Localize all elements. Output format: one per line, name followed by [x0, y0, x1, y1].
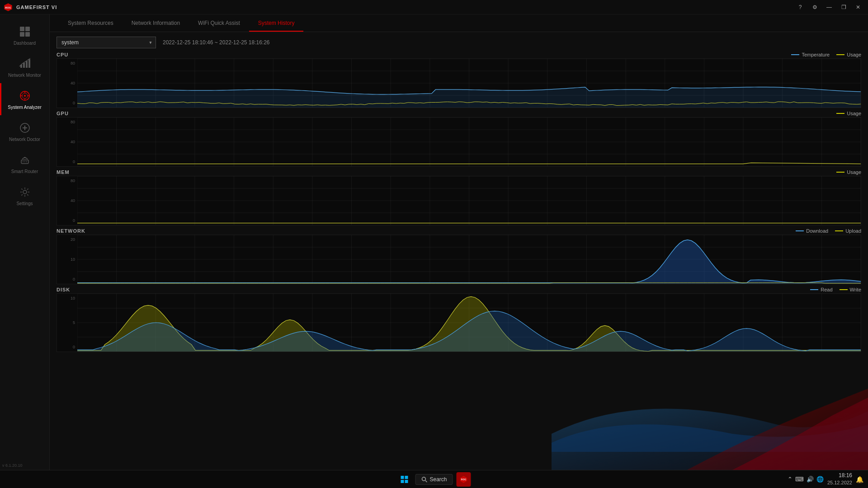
speaker-icon[interactable]: 🔊: [807, 476, 814, 483]
svg-point-25: [23, 190, 27, 194]
svg-rect-9: [28, 59, 30, 68]
time-range-display: 2022-12-25 18:10:46 ~ 2022-12-25 18:16:2…: [163, 39, 270, 46]
settings-titlebar-button[interactable]: ⚙: [808, 3, 821, 12]
gpu-chart-header: GPU Usage: [57, 111, 861, 116]
network-chart-header: NETWORK Download Upload: [57, 228, 861, 234]
system-analyzer-icon: [18, 89, 32, 103]
sidebar-item-system-analyzer[interactable]: System Analyzer: [0, 83, 49, 115]
gpu-legend: Usage: [836, 111, 861, 116]
mem-usage-label: Usage: [847, 169, 861, 175]
disk-chart-section: DISK Read Write 10: [57, 287, 861, 352]
search-button[interactable]: Search: [415, 474, 453, 485]
notification-icon[interactable]: 🔔: [856, 476, 863, 483]
version-text: v 6.1.20.10: [2, 463, 23, 468]
tab-network-information[interactable]: Network Information: [123, 14, 189, 32]
disk-chart-title: DISK: [57, 287, 70, 292]
cpu-chart-title: CPU: [57, 52, 68, 57]
svg-point-30: [422, 477, 425, 481]
tab-system-resources[interactable]: System Resources: [59, 14, 123, 32]
network-download-line: [796, 230, 804, 231]
svg-text:ROG: ROG: [461, 478, 467, 481]
cpu-chart-section: CPU Temperature Usage 80: [57, 52, 861, 108]
close-button[interactable]: ✕: [852, 3, 864, 12]
settings-icon: [18, 185, 32, 199]
taskbar-clock[interactable]: 18:16 25.12.2022: [827, 472, 852, 486]
sidebar-item-settings[interactable]: Settings: [0, 179, 49, 211]
cpu-usage-legend: Usage: [836, 52, 861, 57]
cpu-y-labels: 80 40 0: [57, 59, 77, 108]
mem-legend: Usage: [836, 169, 861, 175]
gpu-usage-legend: Usage: [836, 111, 861, 116]
network-upload-label: Upload: [845, 228, 861, 234]
taskbar-center: Search ROG: [397, 472, 471, 487]
disk-canvas: [77, 294, 861, 352]
disk-write-legend: Write: [840, 287, 861, 292]
cpu-temp-label: Temperature: [802, 52, 830, 57]
tab-system-history[interactable]: System History: [249, 14, 304, 32]
network-y-labels: 20 10 0: [57, 235, 77, 284]
svg-rect-27: [405, 476, 408, 479]
gpu-usage-line: [836, 113, 844, 114]
search-icon: [421, 476, 427, 483]
rog-taskbar-icon: ROG: [460, 475, 468, 483]
network-chart-section: NETWORK Download Upload 20: [57, 228, 861, 284]
svg-point-16: [24, 95, 26, 97]
svg-text:ROG: ROG: [5, 6, 11, 9]
cpu-canvas: [77, 59, 861, 108]
search-label: Search: [429, 476, 447, 483]
dashboard-label: Dashboard: [14, 41, 36, 46]
mem-canvas: [77, 176, 861, 225]
cpu-temp-legend: Temperature: [791, 52, 830, 57]
content-area: System Resources Network Information WiF…: [50, 14, 868, 470]
charts-area: system application ▼ 2022-12-25 18:10:46…: [50, 32, 868, 470]
sidebar-item-dashboard[interactable]: Dashboard: [0, 19, 49, 51]
svg-rect-26: [401, 476, 404, 479]
taskbar-rog-app[interactable]: ROG: [457, 472, 471, 487]
controls-row: system application ▼ 2022-12-25 18:10:46…: [57, 37, 861, 48]
disk-chart-header: DISK Read Write: [57, 287, 861, 292]
help-button[interactable]: ?: [794, 3, 807, 12]
mem-chart-title: MEM: [57, 169, 70, 175]
start-button[interactable]: [397, 472, 411, 487]
gpu-y-labels: 80 40 0: [57, 117, 77, 166]
system-analyzer-label: System Analyzer: [8, 105, 41, 110]
title-bar-left: ROG GAMEFIRST VI: [4, 3, 57, 12]
sidebar-item-network-doctor[interactable]: Network Doctor: [0, 115, 49, 147]
restore-button[interactable]: ❐: [837, 3, 850, 12]
sidebar-item-network-monitor[interactable]: Network Monitor: [0, 51, 49, 83]
cpu-chart: 80 40 0: [57, 58, 861, 108]
minimize-button[interactable]: —: [823, 3, 835, 12]
keyboard-icon: ⌨: [795, 476, 804, 483]
mem-y-labels: 80 40 0: [57, 176, 77, 225]
svg-line-31: [425, 480, 427, 482]
system-dropdown[interactable]: system application: [57, 37, 156, 48]
title-bar-controls: ? ⚙ — ❐ ✕: [794, 3, 864, 12]
smart-router-icon: [18, 153, 32, 167]
title-bar: ROG GAMEFIRST VI ? ⚙ — ❐ ✕: [0, 0, 868, 14]
dashboard-icon: [18, 24, 32, 39]
sidebar-item-smart-router[interactable]: Smart Router: [0, 147, 49, 179]
gpu-canvas: [77, 117, 861, 166]
disk-read-legend: Read: [810, 287, 832, 292]
network-upload-line: [835, 230, 843, 231]
taskbar-time: 18:16: [827, 472, 852, 479]
network-icon[interactable]: 🌐: [816, 476, 824, 483]
mem-chart-section: MEM Usage 80 40 0: [57, 169, 861, 225]
app-logo-icon: ROG: [4, 3, 13, 12]
mem-usage-line: [836, 172, 844, 173]
network-monitor-icon: [18, 56, 32, 71]
dropdown-wrapper[interactable]: system application ▼: [57, 37, 156, 48]
sidebar: Dashboard Network Monitor: [0, 14, 50, 470]
taskbar-right: ⌃ ⌨ 🔊 🌐 18:16 25.12.2022 🔔: [788, 472, 863, 486]
network-chart-title: NETWORK: [57, 228, 85, 234]
network-download-legend: Download: [796, 228, 828, 234]
network-download-label: Download: [806, 228, 828, 234]
tabs-bar: System Resources Network Information WiF…: [50, 14, 868, 32]
svg-rect-3: [25, 27, 30, 31]
chevron-up-icon[interactable]: ⌃: [788, 476, 793, 483]
tab-wifi-quick-assist[interactable]: WiFi Quick Assist: [189, 14, 249, 32]
gpu-chart-section: GPU Usage 80 40 0: [57, 111, 861, 167]
disk-y-labels: 10 5 0: [57, 294, 77, 352]
network-canvas: [77, 235, 861, 284]
svg-rect-5: [25, 32, 30, 37]
